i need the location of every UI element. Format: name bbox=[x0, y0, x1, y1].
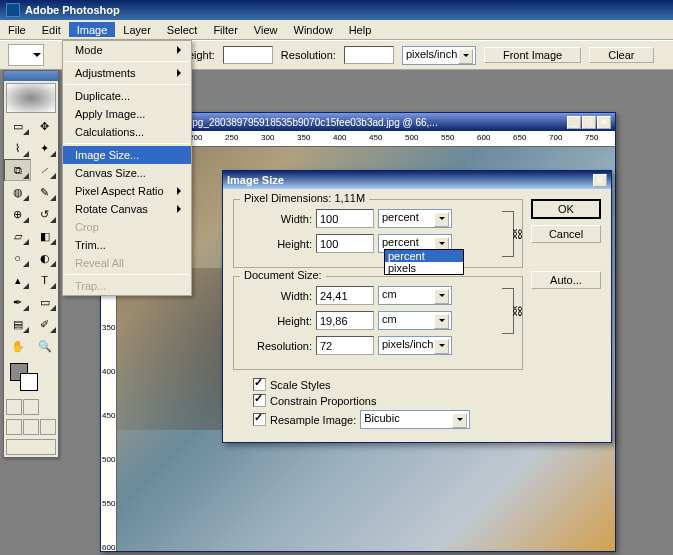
screen-full-menubar[interactable] bbox=[23, 419, 39, 435]
pixel-dims-title: Pixel Dimensions: 1,11M bbox=[240, 192, 369, 204]
tool-slice[interactable]: ⟋ bbox=[31, 159, 58, 181]
doc-width-unit[interactable]: cm bbox=[378, 286, 452, 305]
tool-dodge[interactable]: ◐ bbox=[31, 247, 58, 269]
menu-canvas-size[interactable]: Canvas Size... bbox=[63, 164, 191, 182]
tool-feather-preview bbox=[6, 83, 56, 113]
menu-duplicate[interactable]: Duplicate... bbox=[63, 87, 191, 105]
menu-view[interactable]: View bbox=[246, 22, 286, 37]
px-width-input[interactable] bbox=[316, 209, 374, 228]
tool-stamp[interactable]: ⊕ bbox=[4, 203, 31, 225]
unit-dropdown-open: percent pixels bbox=[384, 249, 464, 275]
image-menu-dropdown: Mode Adjustments Duplicate... Apply Imag… bbox=[62, 40, 192, 296]
menu-sep bbox=[65, 143, 189, 144]
menu-pixel-aspect[interactable]: Pixel Aspect Ratio bbox=[63, 182, 191, 200]
menu-trap: Trap... bbox=[63, 277, 191, 295]
doc-res-input[interactable] bbox=[316, 336, 374, 355]
menu-file[interactable]: File bbox=[0, 22, 34, 37]
document-size-group: Document Size: Width: cm Height: cm bbox=[233, 276, 523, 370]
tool-zoom[interactable]: 🔍 bbox=[31, 335, 58, 357]
front-image-button[interactable]: Front Image bbox=[484, 47, 581, 63]
px-height-input[interactable] bbox=[316, 234, 374, 253]
tool-eraser[interactable]: ▱ bbox=[4, 225, 31, 247]
doc-res-label: Resolution: bbox=[242, 340, 312, 352]
menu-sep bbox=[65, 274, 189, 275]
opt-res-input[interactable] bbox=[344, 46, 394, 64]
menu-reveal-all: Reveal All bbox=[63, 254, 191, 272]
menu-layer[interactable]: Layer bbox=[115, 22, 159, 37]
resample-method[interactable]: Bicubic bbox=[360, 410, 470, 429]
screen-full[interactable] bbox=[40, 419, 56, 435]
tool-type[interactable]: T bbox=[31, 269, 58, 291]
menu-mode[interactable]: Mode bbox=[63, 41, 191, 59]
scale-styles-label: Scale Styles bbox=[270, 379, 331, 391]
resample-label: Resample Image: bbox=[270, 414, 356, 426]
close-button[interactable]: ✕ bbox=[597, 116, 611, 129]
opt-height-input[interactable] bbox=[223, 46, 273, 64]
dialog-titlebar[interactable]: Image Size ✕ bbox=[223, 171, 611, 189]
dialog-close-button[interactable]: ✕ bbox=[593, 174, 607, 187]
menu-filter[interactable]: Filter bbox=[205, 22, 245, 37]
tool-wand[interactable]: ✦ bbox=[31, 137, 58, 159]
menu-window[interactable]: Window bbox=[286, 22, 341, 37]
mode-standard[interactable] bbox=[6, 399, 22, 415]
menu-image[interactable]: Image bbox=[69, 22, 116, 37]
doc-width-label: Width: bbox=[242, 290, 312, 302]
tools-panel-header[interactable] bbox=[4, 71, 58, 81]
doc-width-input[interactable] bbox=[316, 286, 374, 305]
tool-move[interactable]: ✥ bbox=[31, 115, 58, 137]
link-icon[interactable]: ⛓ bbox=[502, 288, 514, 334]
tool-shape[interactable]: ▭ bbox=[31, 291, 58, 313]
tool-notes[interactable]: ▤ bbox=[4, 313, 31, 335]
menu-rotate-canvas[interactable]: Rotate Canvas bbox=[63, 200, 191, 218]
app-icon bbox=[6, 3, 20, 17]
tool-brush[interactable]: ✎ bbox=[31, 181, 58, 203]
opt-res-label: Resolution: bbox=[281, 49, 336, 61]
px-width-unit[interactable]: percent bbox=[378, 209, 452, 228]
tools-panel: ▭ ✥ ⌇ ✦ ⧉ ⟋ ◍ ✎ ⊕ ↺ ▱ ◧ ○ ◐ ▴ T ✒ ▭ ▤ ✐ … bbox=[3, 70, 59, 458]
link-icon[interactable]: ⛓ bbox=[502, 211, 514, 257]
menu-trim[interactable]: Trim... bbox=[63, 236, 191, 254]
menu-image-size[interactable]: Image Size... bbox=[63, 146, 191, 164]
maximize-button[interactable]: □ bbox=[582, 116, 596, 129]
ok-button[interactable]: OK bbox=[531, 199, 601, 219]
mode-quickmask[interactable] bbox=[23, 399, 39, 415]
background-color[interactable] bbox=[20, 373, 38, 391]
px-width-label: Width: bbox=[242, 213, 312, 225]
tool-blur[interactable]: ○ bbox=[4, 247, 31, 269]
constrain-checkbox[interactable] bbox=[253, 394, 266, 407]
menu-edit[interactable]: Edit bbox=[34, 22, 69, 37]
tool-gradient[interactable]: ◧ bbox=[31, 225, 58, 247]
scale-styles-checkbox[interactable] bbox=[253, 378, 266, 391]
tool-crop[interactable]: ⧉ bbox=[4, 159, 31, 181]
menu-adjustments[interactable]: Adjustments bbox=[63, 64, 191, 82]
tool-path-select[interactable]: ▴ bbox=[4, 269, 31, 291]
menu-sep bbox=[65, 61, 189, 62]
tool-preset-picker[interactable] bbox=[8, 44, 44, 66]
tool-eyedropper[interactable]: ✐ bbox=[31, 313, 58, 335]
cancel-button[interactable]: Cancel bbox=[531, 225, 601, 243]
px-height-label: Height: bbox=[242, 238, 312, 250]
resample-checkbox[interactable] bbox=[253, 413, 266, 426]
jump-to-imageready[interactable] bbox=[6, 439, 56, 455]
tool-healing[interactable]: ◍ bbox=[4, 181, 31, 203]
tool-history-brush[interactable]: ↺ bbox=[31, 203, 58, 225]
clear-button[interactable]: Clear bbox=[589, 47, 653, 63]
tool-pen[interactable]: ✒ bbox=[4, 291, 31, 313]
pixel-dimensions-group: Pixel Dimensions: 1,11M Width: percent H… bbox=[233, 199, 523, 268]
opt-res-unit[interactable]: pixels/inch bbox=[402, 46, 476, 65]
doc-height-unit[interactable]: cm bbox=[378, 311, 452, 330]
tool-lasso[interactable]: ⌇ bbox=[4, 137, 31, 159]
menu-help[interactable]: Help bbox=[341, 22, 380, 37]
unit-opt-percent[interactable]: percent bbox=[385, 250, 463, 262]
auto-button[interactable]: Auto... bbox=[531, 271, 601, 289]
menu-calculations[interactable]: Calculations... bbox=[63, 123, 191, 141]
doc-height-input[interactable] bbox=[316, 311, 374, 330]
unit-opt-pixels[interactable]: pixels bbox=[385, 262, 463, 274]
tool-hand[interactable]: ✋ bbox=[4, 335, 31, 357]
menu-apply-image[interactable]: Apply Image... bbox=[63, 105, 191, 123]
screen-standard[interactable] bbox=[6, 419, 22, 435]
doc-res-unit[interactable]: pixels/inch bbox=[378, 336, 452, 355]
tool-marquee[interactable]: ▭ bbox=[4, 115, 31, 137]
minimize-button[interactable]: _ bbox=[567, 116, 581, 129]
menu-select[interactable]: Select bbox=[159, 22, 206, 37]
